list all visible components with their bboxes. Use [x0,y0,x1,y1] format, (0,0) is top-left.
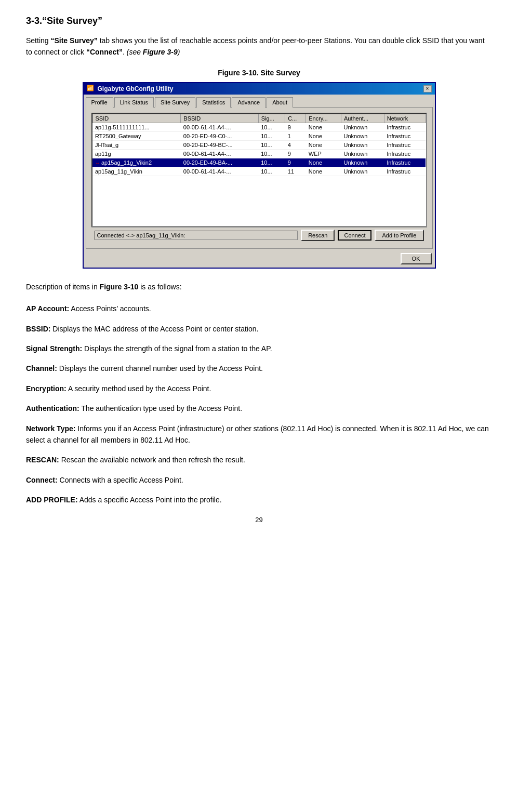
figure-caption: Figure 3-10. Site Survey [26,69,492,77]
desc-text-add-profile: Adds a specific Access Point into the pr… [78,496,222,504]
table-header: SSID BSSID Sig... C... Encry... Authent.… [92,114,426,123]
desc-item-ap-account: AP Account: Access Points’ accounts. [26,303,492,314]
tab-statistics[interactable]: Statistics [196,97,231,108]
desc-item-connect: Connect: Connects with a specific Access… [26,474,492,486]
desc-text-ap-account: Access Points’ accounts. [69,304,151,313]
intro-figure-ref: (see Figure 3-9) [127,48,180,56]
col-enc: Encry... [306,114,341,123]
col-sig: Sig... [258,114,285,123]
table-row[interactable]: JHTsai_g00-20-ED-49-BC-...10...4NoneUnkn… [92,140,426,149]
desc-text-encryption: A security method used by the Access Poi… [67,384,211,393]
desc-text-signal: Displays the strength of the signal from… [82,344,272,353]
description-intro: Description of items in Figure 3-10 is a… [26,281,492,292]
desc-bold-ap-account: AP Account: [26,304,69,313]
table-body: ap11g-5111111111...00-0D-61-41-A4-...10.… [92,123,426,176]
close-button[interactable]: × [423,85,432,92]
bottom-action-bar: Connected <-> ap15ag_11g_Vikin: Rescan C… [91,227,427,243]
win-titlebar: 📶 Gigabyte GbConfig Utility × [84,83,435,95]
intro-bold-connect: “Connect” [86,48,123,56]
rescan-button[interactable]: Rescan [301,230,335,241]
ap-table-container: SSID BSSID Sig... C... Encry... Authent.… [91,113,427,227]
desc-item-channel: Channel: Displays the current channel nu… [26,363,492,374]
connected-icon: ↔ [95,160,100,166]
table-row[interactable]: ap11g-5111111111...00-0D-61-41-A4-...10.… [92,123,426,131]
table-row[interactable]: ↔ap15ag_11g_Vikin200-20-ED-49-BA-...10..… [92,158,426,167]
tab-site-survey[interactable]: Site Survey [155,97,195,108]
desc-bold-bssid: BSSID: [26,325,50,333]
desc-bold-channel: Channel: [26,364,57,372]
desc-bold-encryption: Encryption: [26,384,67,393]
desc-item-add-profile: ADD PROFILE: Adds a specific Access Poin… [26,494,492,505]
desc-text-bssid: Displays the MAC address of the Access P… [50,325,258,333]
figure-ref-bold: Figure 3-10 [100,283,139,291]
col-bssid: BSSID [181,114,258,123]
desc-item-network-type: Network Type: Informs you if an Access P… [26,423,492,446]
dialog-title: Gigabyte GbConfig Utility [98,85,174,92]
desc-text-connect: Connects with a specific Access Point. [58,476,183,484]
tab-link-status[interactable]: Link Status [114,97,154,108]
desc-text-network-type: Informs you if an Access Point (infrastr… [26,424,489,444]
intro-paragraph: Setting “Site Survey” tab shows you the … [26,35,492,58]
desc-text-authentication: The authentication type used by the Acce… [79,404,242,412]
page-number: 29 [26,516,492,524]
ok-row: OK [84,251,435,268]
desc-item-encryption: Encryption: A security method used by th… [26,383,492,394]
section-title: 3-3.“Site Survey” [26,16,492,26]
figure-wrapper: 📶 Gigabyte GbConfig Utility × Profile Li… [26,82,492,269]
desc-text-rescan: Rescan the available network and then re… [59,456,245,464]
app-icon: 📶 [87,85,95,93]
connection-status: Connected <-> ap15ag_11g_Vikin: [95,231,298,240]
col-auth: Authent... [341,114,384,123]
descriptions-container: AP Account: Access Points’ accounts.BSSI… [26,303,492,505]
win-dialog: 📶 Gigabyte GbConfig Utility × Profile Li… [83,82,436,269]
intro-bold-sitesurvey: “Site Survey” [50,36,97,45]
tab-advance[interactable]: Advance [232,97,265,108]
col-ch: C... [285,114,306,123]
desc-item-authentication: Authentication: The authentication type … [26,403,492,414]
desc-item-rescan: RESCAN: Rescan the available network and… [26,454,492,465]
tab-about[interactable]: About [267,97,293,108]
tab-profile[interactable]: Profile [86,97,113,108]
table-row[interactable]: RT2500_Gateway00-20-ED-49-C0-...10...1No… [92,131,426,140]
desc-item-signal: Signal Strength: Displays the strength o… [26,343,492,354]
connect-button[interactable]: Connect [338,230,371,241]
desc-bold-authentication: Authentication: [26,404,79,412]
table-row[interactable]: ap15ag_11g_Vikin00-0D-61-41-A4-...10...1… [92,167,426,176]
table-row[interactable]: ap11g00-0D-61-41-A4-...10...9WEPUnknownI… [92,149,426,158]
ok-button[interactable]: OK [401,253,432,264]
win-titlebar-left: 📶 Gigabyte GbConfig Utility [87,85,174,93]
col-net: Network [384,114,426,123]
desc-bold-connect: Connect: [26,476,58,484]
desc-bold-signal: Signal Strength: [26,344,82,353]
desc-item-bssid: BSSID: Displays the MAC address of the A… [26,323,492,335]
desc-bold-rescan: RESCAN: [26,456,59,464]
add-to-profile-button[interactable]: Add to Profile [375,230,423,241]
tab-bar: Profile Link Status Site Survey Statisti… [84,95,435,107]
desc-bold-network-type: Network Type: [26,424,75,433]
desc-bold-add-profile: ADD PROFILE: [26,496,78,504]
ap-table: SSID BSSID Sig... C... Encry... Authent.… [92,114,426,176]
desc-text-channel: Displays the current channel number used… [57,364,263,372]
tab-content: SSID BSSID Sig... C... Encry... Authent.… [86,107,433,249]
col-ssid: SSID [92,114,181,123]
